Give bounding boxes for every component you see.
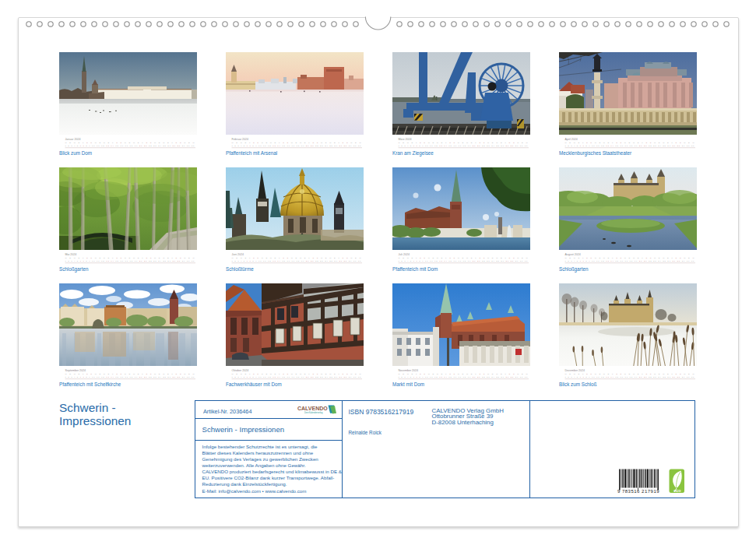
svg-text:Dein Kalenderverlag: Dein Kalenderverlag [304, 411, 323, 414]
svg-text:9 783516 217919: 9 783516 217919 [617, 489, 659, 494]
svg-text:CALVENDO: CALVENDO [297, 406, 328, 411]
svg-text:eco: eco [673, 488, 681, 493]
